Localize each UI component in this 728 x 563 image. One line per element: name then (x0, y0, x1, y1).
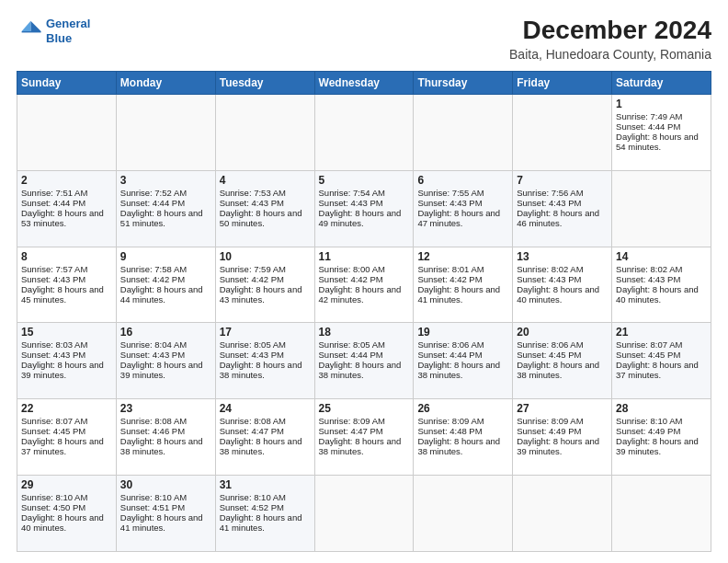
calendar-day-header: Sunday (17, 71, 117, 94)
sunrise-text: Sunrise: 8:10 AM (120, 492, 211, 502)
sunrise-text: Sunrise: 7:59 AM (220, 264, 311, 274)
sunset-text: Sunset: 4:44 PM (120, 198, 211, 208)
sunrise-text: Sunrise: 7:57 AM (21, 264, 112, 274)
calendar-week-row: 22Sunrise: 8:07 AMSunset: 4:45 PMDayligh… (17, 399, 711, 476)
calendar-day-cell: 25Sunrise: 8:09 AMSunset: 4:47 PMDayligh… (314, 399, 414, 476)
daylight-text: Daylight: 8 hours and 46 minutes. (517, 208, 608, 228)
calendar-day-cell (513, 476, 612, 552)
daylight-text: Daylight: 8 hours and 40 minutes. (616, 284, 707, 304)
daylight-text: Daylight: 8 hours and 37 minutes. (21, 436, 112, 456)
sunrise-text: Sunrise: 8:10 AM (21, 492, 112, 502)
calendar-day-cell (17, 94, 117, 170)
daylight-text: Daylight: 8 hours and 50 minutes. (220, 208, 311, 228)
day-number: 9 (120, 250, 211, 263)
day-number: 12 (417, 250, 508, 263)
sunset-text: Sunset: 4:44 PM (21, 198, 112, 208)
main-title: December 2024 (509, 17, 711, 45)
sunrise-text: Sunrise: 8:02 AM (616, 264, 707, 274)
sunset-text: Sunset: 4:43 PM (21, 350, 112, 360)
calendar-day-cell (612, 476, 711, 552)
sunset-text: Sunset: 4:45 PM (21, 426, 112, 436)
sunset-text: Sunset: 4:43 PM (120, 350, 211, 360)
sunset-text: Sunset: 4:47 PM (220, 426, 311, 436)
sunrise-text: Sunrise: 7:53 AM (220, 188, 311, 198)
day-number: 10 (220, 250, 311, 263)
sunset-text: Sunset: 4:47 PM (319, 426, 410, 436)
sunrise-text: Sunrise: 8:08 AM (120, 416, 211, 426)
calendar-day-header: Saturday (612, 71, 711, 94)
sunset-text: Sunset: 4:49 PM (616, 426, 707, 436)
sunset-text: Sunset: 4:43 PM (517, 198, 608, 208)
sunrise-text: Sunrise: 8:09 AM (517, 416, 608, 426)
calendar-day-cell: 28Sunrise: 8:10 AMSunset: 4:49 PMDayligh… (612, 399, 711, 476)
calendar-day-header: Monday (116, 71, 215, 94)
calendar-day-cell: 9Sunrise: 7:58 AMSunset: 4:42 PMDaylight… (116, 247, 215, 323)
sunset-text: Sunset: 4:43 PM (517, 274, 608, 284)
sunrise-text: Sunrise: 8:07 AM (21, 416, 112, 426)
daylight-text: Daylight: 8 hours and 39 minutes. (120, 360, 211, 380)
calendar-day-cell: 6Sunrise: 7:55 AMSunset: 4:43 PMDaylight… (414, 170, 513, 247)
calendar-week-row: 2Sunrise: 7:51 AMSunset: 4:44 PMDaylight… (17, 170, 711, 247)
day-number: 11 (319, 250, 410, 263)
calendar-week-row: 29Sunrise: 8:10 AMSunset: 4:50 PMDayligh… (17, 476, 711, 552)
svg-rect-2 (22, 31, 41, 32)
sunset-text: Sunset: 4:43 PM (220, 350, 311, 360)
day-number: 18 (319, 326, 410, 339)
sunrise-text: Sunrise: 7:55 AM (417, 188, 508, 198)
daylight-text: Daylight: 8 hours and 40 minutes. (517, 284, 608, 304)
calendar-day-cell: 8Sunrise: 7:57 AMSunset: 4:43 PMDaylight… (17, 247, 117, 323)
daylight-text: Daylight: 8 hours and 38 minutes. (120, 436, 211, 456)
page: General Blue December 2024 Baita, Hunedo… (0, 0, 728, 563)
daylight-text: Daylight: 8 hours and 39 minutes. (616, 436, 707, 456)
sunset-text: Sunset: 4:42 PM (120, 274, 211, 284)
calendar-day-cell (215, 94, 314, 170)
daylight-text: Daylight: 8 hours and 47 minutes. (417, 208, 508, 228)
calendar-day-cell: 17Sunrise: 8:05 AMSunset: 4:43 PMDayligh… (215, 323, 314, 399)
daylight-text: Daylight: 8 hours and 43 minutes. (220, 284, 311, 304)
day-number: 21 (616, 326, 707, 339)
sunset-text: Sunset: 4:43 PM (21, 274, 112, 284)
sunset-text: Sunset: 4:42 PM (319, 274, 410, 284)
calendar-day-cell (414, 94, 513, 170)
sunrise-text: Sunrise: 7:54 AM (319, 188, 410, 198)
sunrise-text: Sunrise: 8:03 AM (21, 339, 112, 350)
daylight-text: Daylight: 8 hours and 54 minutes. (616, 132, 707, 152)
sunrise-text: Sunrise: 8:02 AM (517, 264, 608, 274)
calendar-week-row: 8Sunrise: 7:57 AMSunset: 4:43 PMDaylight… (17, 247, 711, 323)
day-number: 3 (120, 174, 211, 187)
calendar-day-cell: 10Sunrise: 7:59 AMSunset: 4:42 PMDayligh… (215, 247, 314, 323)
calendar-day-header: Friday (513, 71, 612, 94)
calendar-day-cell: 15Sunrise: 8:03 AMSunset: 4:43 PMDayligh… (17, 323, 117, 399)
calendar-day-cell: 19Sunrise: 8:06 AMSunset: 4:44 PMDayligh… (414, 323, 513, 399)
daylight-text: Daylight: 8 hours and 38 minutes. (220, 360, 311, 380)
day-number: 1 (616, 98, 707, 110)
day-number: 15 (21, 326, 112, 339)
day-number: 29 (21, 478, 112, 491)
calendar-day-cell: 22Sunrise: 8:07 AMSunset: 4:45 PMDayligh… (17, 399, 117, 476)
sunset-text: Sunset: 4:52 PM (220, 502, 311, 512)
calendar-day-cell (414, 476, 513, 552)
day-number: 14 (616, 250, 707, 263)
day-number: 2 (21, 174, 112, 187)
sunset-text: Sunset: 4:43 PM (319, 198, 410, 208)
calendar-day-cell: 5Sunrise: 7:54 AMSunset: 4:43 PMDaylight… (314, 170, 414, 247)
logo-icon (17, 18, 42, 44)
calendar-day-cell: 29Sunrise: 8:10 AMSunset: 4:50 PMDayligh… (17, 476, 117, 552)
sunset-text: Sunset: 4:44 PM (616, 121, 707, 132)
day-number: 24 (220, 402, 311, 415)
calendar-day-cell: 11Sunrise: 8:00 AMSunset: 4:42 PMDayligh… (314, 247, 414, 323)
daylight-text: Daylight: 8 hours and 41 minutes. (417, 284, 508, 304)
header: General Blue December 2024 Baita, Hunedo… (17, 17, 711, 62)
svg-marker-1 (22, 20, 31, 30)
calendar-day-cell: 2Sunrise: 7:51 AMSunset: 4:44 PMDaylight… (17, 170, 117, 247)
daylight-text: Daylight: 8 hours and 38 minutes. (417, 360, 508, 380)
day-number: 13 (517, 250, 608, 263)
calendar-day-cell: 1Sunrise: 7:49 AMSunset: 4:44 PMDaylight… (612, 94, 711, 170)
day-number: 17 (220, 326, 311, 339)
daylight-text: Daylight: 8 hours and 38 minutes. (517, 360, 608, 380)
sunrise-text: Sunrise: 7:56 AM (517, 188, 608, 198)
day-number: 26 (417, 402, 508, 415)
daylight-text: Daylight: 8 hours and 39 minutes. (517, 436, 608, 456)
calendar-day-header: Tuesday (215, 71, 314, 94)
sunset-text: Sunset: 4:44 PM (417, 350, 508, 360)
